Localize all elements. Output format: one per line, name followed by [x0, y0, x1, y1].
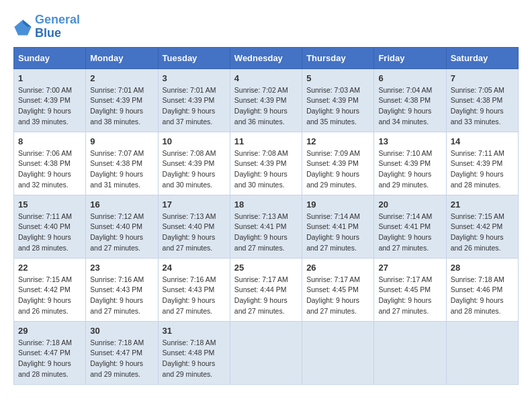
day-info: Sunrise: 7:14 AMSunset: 4:41 PMDaylight:…	[378, 212, 441, 254]
day-info: Sunrise: 7:13 AMSunset: 4:41 PMDaylight:…	[234, 212, 298, 254]
day-number: 14	[451, 136, 514, 146]
header-day: Thursday	[302, 47, 374, 68]
day-number: 26	[306, 263, 369, 273]
calendar-cell: 16Sunrise: 7:12 AMSunset: 4:40 PMDayligh…	[86, 195, 158, 258]
calendar-cell: 30Sunrise: 7:18 AMSunset: 4:47 PMDayligh…	[86, 321, 158, 384]
day-info: Sunrise: 7:07 AMSunset: 4:38 PMDaylight:…	[90, 148, 153, 191]
day-number: 25	[234, 263, 298, 273]
day-number: 22	[18, 263, 81, 273]
day-number: 6	[378, 73, 441, 83]
day-number: 16	[90, 199, 153, 210]
day-number: 11	[234, 136, 298, 146]
calendar-cell	[374, 321, 446, 384]
day-info: Sunrise: 7:17 AMSunset: 4:44 PMDaylight:…	[234, 275, 298, 317]
day-number: 12	[306, 136, 369, 146]
day-number: 13	[378, 136, 441, 146]
day-number: 8	[18, 136, 81, 146]
day-number: 4	[234, 73, 298, 83]
calendar-week-row: 22Sunrise: 7:15 AMSunset: 4:42 PMDayligh…	[14, 258, 519, 321]
day-info: Sunrise: 7:04 AMSunset: 4:38 PMDaylight:…	[378, 85, 441, 128]
day-info: Sunrise: 7:16 AMSunset: 4:43 PMDaylight:…	[90, 275, 153, 317]
calendar-cell: 23Sunrise: 7:16 AMSunset: 4:43 PMDayligh…	[86, 258, 158, 321]
header-row: SundayMondayTuesdayWednesdayThursdayFrid…	[14, 47, 519, 68]
header-day: Tuesday	[158, 47, 230, 68]
calendar-cell: 27Sunrise: 7:17 AMSunset: 4:45 PMDayligh…	[374, 258, 446, 321]
calendar-cell: 21Sunrise: 7:15 AMSunset: 4:42 PMDayligh…	[446, 195, 518, 258]
calendar-cell: 12Sunrise: 7:09 AMSunset: 4:39 PMDayligh…	[302, 132, 374, 195]
day-number: 15	[18, 199, 81, 210]
header-day: Sunday	[14, 47, 86, 68]
day-info: Sunrise: 7:17 AMSunset: 4:45 PMDaylight:…	[378, 275, 441, 317]
calendar-cell: 6Sunrise: 7:04 AMSunset: 4:38 PMDaylight…	[374, 68, 446, 132]
calendar-cell: 11Sunrise: 7:08 AMSunset: 4:39 PMDayligh…	[230, 132, 302, 195]
day-info: Sunrise: 7:03 AMSunset: 4:39 PMDaylight:…	[306, 85, 369, 128]
calendar-cell: 29Sunrise: 7:18 AMSunset: 4:47 PMDayligh…	[14, 321, 86, 384]
day-number: 3	[163, 73, 226, 83]
calendar-cell: 28Sunrise: 7:18 AMSunset: 4:46 PMDayligh…	[446, 258, 518, 321]
calendar-cell	[446, 321, 518, 384]
day-info: Sunrise: 7:18 AMSunset: 4:47 PMDaylight:…	[90, 338, 153, 380]
day-number: 24	[163, 263, 226, 273]
day-number: 7	[451, 73, 514, 83]
calendar-cell: 3Sunrise: 7:01 AMSunset: 4:39 PMDaylight…	[158, 68, 230, 132]
header-day: Saturday	[446, 47, 518, 68]
calendar-week-row: 1Sunrise: 7:00 AMSunset: 4:39 PMDaylight…	[14, 68, 519, 132]
page-header: General Blue	[13, 13, 519, 40]
calendar-cell: 13Sunrise: 7:10 AMSunset: 4:39 PMDayligh…	[374, 132, 446, 195]
day-number: 9	[90, 136, 153, 146]
calendar-week-row: 29Sunrise: 7:18 AMSunset: 4:47 PMDayligh…	[14, 321, 519, 384]
calendar-cell: 10Sunrise: 7:08 AMSunset: 4:39 PMDayligh…	[158, 132, 230, 195]
day-info: Sunrise: 7:08 AMSunset: 4:39 PMDaylight:…	[234, 148, 298, 191]
day-info: Sunrise: 7:15 AMSunset: 4:42 PMDaylight:…	[18, 275, 81, 317]
calendar-cell	[230, 321, 302, 384]
day-info: Sunrise: 7:18 AMSunset: 4:48 PMDaylight:…	[163, 338, 226, 380]
logo-icon	[13, 17, 32, 36]
day-number: 17	[163, 199, 226, 210]
day-info: Sunrise: 7:01 AMSunset: 4:39 PMDaylight:…	[163, 85, 226, 128]
calendar-cell: 5Sunrise: 7:03 AMSunset: 4:39 PMDaylight…	[302, 68, 374, 132]
calendar-body: 1Sunrise: 7:00 AMSunset: 4:39 PMDaylight…	[14, 68, 519, 384]
day-info: Sunrise: 7:10 AMSunset: 4:39 PMDaylight:…	[378, 148, 441, 191]
day-number: 29	[18, 326, 81, 336]
day-number: 20	[378, 199, 441, 210]
calendar-header: SundayMondayTuesdayWednesdayThursdayFrid…	[14, 47, 519, 68]
day-number: 10	[163, 136, 226, 146]
calendar-cell: 19Sunrise: 7:14 AMSunset: 4:41 PMDayligh…	[302, 195, 374, 258]
calendar-week-row: 8Sunrise: 7:06 AMSunset: 4:38 PMDaylight…	[14, 132, 519, 195]
calendar-cell	[302, 321, 374, 384]
day-info: Sunrise: 7:02 AMSunset: 4:39 PMDaylight:…	[234, 85, 298, 128]
day-info: Sunrise: 7:00 AMSunset: 4:39 PMDaylight:…	[18, 85, 81, 128]
day-number: 27	[378, 263, 441, 273]
calendar-cell: 25Sunrise: 7:17 AMSunset: 4:44 PMDayligh…	[230, 258, 302, 321]
day-info: Sunrise: 7:01 AMSunset: 4:39 PMDaylight:…	[90, 85, 153, 128]
calendar-cell: 1Sunrise: 7:00 AMSunset: 4:39 PMDaylight…	[14, 68, 86, 132]
calendar-cell: 7Sunrise: 7:05 AMSunset: 4:38 PMDaylight…	[446, 68, 518, 132]
day-number: 30	[90, 326, 153, 336]
day-info: Sunrise: 7:06 AMSunset: 4:38 PMDaylight:…	[18, 148, 81, 191]
calendar-cell: 9Sunrise: 7:07 AMSunset: 4:38 PMDaylight…	[86, 132, 158, 195]
calendar: SundayMondayTuesdayWednesdayThursdayFrid…	[13, 47, 519, 385]
calendar-week-row: 15Sunrise: 7:11 AMSunset: 4:40 PMDayligh…	[14, 195, 519, 258]
day-number: 28	[451, 263, 514, 273]
day-number: 21	[451, 199, 514, 210]
header-day: Monday	[86, 47, 158, 68]
day-number: 23	[90, 263, 153, 273]
header-day: Friday	[374, 47, 446, 68]
day-info: Sunrise: 7:12 AMSunset: 4:40 PMDaylight:…	[90, 212, 153, 254]
calendar-cell: 8Sunrise: 7:06 AMSunset: 4:38 PMDaylight…	[14, 132, 86, 195]
day-number: 18	[234, 199, 298, 210]
logo: General Blue	[13, 13, 80, 40]
calendar-cell: 24Sunrise: 7:16 AMSunset: 4:43 PMDayligh…	[158, 258, 230, 321]
day-info: Sunrise: 7:14 AMSunset: 4:41 PMDaylight:…	[306, 212, 369, 254]
header-day: Wednesday	[230, 47, 302, 68]
day-info: Sunrise: 7:15 AMSunset: 4:42 PMDaylight:…	[451, 212, 514, 254]
calendar-cell: 15Sunrise: 7:11 AMSunset: 4:40 PMDayligh…	[14, 195, 86, 258]
day-info: Sunrise: 7:13 AMSunset: 4:40 PMDaylight:…	[163, 212, 226, 254]
calendar-cell: 22Sunrise: 7:15 AMSunset: 4:42 PMDayligh…	[14, 258, 86, 321]
calendar-cell: 17Sunrise: 7:13 AMSunset: 4:40 PMDayligh…	[158, 195, 230, 258]
day-info: Sunrise: 7:11 AMSunset: 4:39 PMDaylight:…	[451, 148, 514, 191]
day-info: Sunrise: 7:11 AMSunset: 4:40 PMDaylight:…	[18, 212, 81, 254]
day-number: 1	[18, 73, 81, 83]
calendar-cell: 4Sunrise: 7:02 AMSunset: 4:39 PMDaylight…	[230, 68, 302, 132]
calendar-cell: 18Sunrise: 7:13 AMSunset: 4:41 PMDayligh…	[230, 195, 302, 258]
